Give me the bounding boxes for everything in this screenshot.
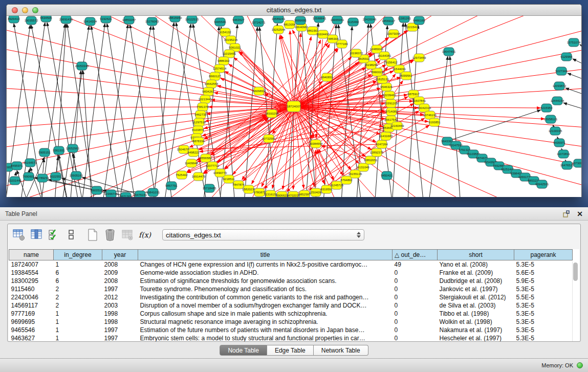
graph-node[interactable]: 9192621 <box>100 16 112 23</box>
float-panel-icon[interactable] <box>562 210 571 218</box>
table-row[interactable]: 911546021997Tourette syndrome. Phenomeno… <box>9 285 573 293</box>
graph-node[interactable]: 8215953 <box>540 104 553 112</box>
table-row[interactable]: 1872400712008Changes of HCN gene express… <box>9 260 573 269</box>
graph-node[interactable]: 9218511 <box>223 175 235 183</box>
graph-node[interactable]: 19035572 <box>25 16 38 25</box>
graph-node[interactable]: 9450421 <box>381 171 393 180</box>
graph-node[interactable]: 8495971 <box>11 162 23 170</box>
table-row[interactable]: 946554611997Estimation of the future num… <box>9 326 573 334</box>
close-panel-icon[interactable]: ✕ <box>577 210 583 218</box>
graph-node[interactable]: 7581378 <box>197 103 209 111</box>
graph-node[interactable]: 16589241 <box>272 16 286 23</box>
vertical-scrollbar-thumb[interactable] <box>573 262 578 281</box>
graph-node[interactable]: 10414304 <box>83 17 97 26</box>
graph-node[interactable]: 8660127 <box>209 72 221 80</box>
table-row[interactable]: 2242004622012Investigating the contribut… <box>9 293 573 301</box>
graph-node[interactable]: 16914479 <box>192 172 206 181</box>
create-column-button[interactable] <box>85 228 100 242</box>
table-row[interactable]: 977716911998Corpus callosum shape and si… <box>9 310 573 318</box>
graph-node[interactable]: 9247264 <box>376 140 388 148</box>
column-header-title[interactable]: title <box>138 250 393 260</box>
graph-node[interactable]: 10022515 <box>185 16 199 24</box>
graph-node[interactable]: 9115460 <box>347 18 360 26</box>
row-height-button[interactable] <box>64 228 78 242</box>
table-options-button[interactable] <box>12 228 26 242</box>
graph-node[interactable]: 10588841 <box>313 16 326 23</box>
graph-node[interactable]: 12100335 <box>549 127 562 135</box>
graph-node[interactable]: 8903519 <box>91 186 103 194</box>
graph-node[interactable]: 18724007 <box>287 101 301 112</box>
network-window-titlebar[interactable]: citations_edges.txt <box>7 5 581 16</box>
graph-node[interactable]: 5905151 <box>38 148 51 157</box>
delete-column-button[interactable] <box>103 228 117 242</box>
graph-node[interactable]: 19965961 <box>331 16 344 24</box>
tab-network-table[interactable]: Network Table <box>314 345 368 356</box>
graph-node[interactable]: 16476161 <box>134 191 147 197</box>
graph-node[interactable]: 9193851 <box>428 118 441 126</box>
graph-node[interactable]: 9435971 <box>553 139 565 147</box>
graph-node[interactable]: 8878334 <box>192 137 205 145</box>
graph-node[interactable]: 10942501 <box>535 180 549 188</box>
graph-node[interactable]: 9129966 <box>560 53 573 61</box>
graph-node[interactable]: 10732581 <box>262 135 276 143</box>
graph-node[interactable]: 9940831 <box>321 73 333 81</box>
graph-node[interactable]: 9714081 <box>385 107 398 116</box>
column-header-in_degree[interactable]: in_degree <box>54 250 102 260</box>
function-builder-button[interactable]: f(x) <box>138 228 152 242</box>
column-select-button[interactable] <box>29 228 43 242</box>
graph-node[interactable]: 10213441 <box>199 95 212 103</box>
graph-node[interactable]: 10391209 <box>384 99 398 107</box>
table-row[interactable]: 1938455462009Genome-wide association stu… <box>9 269 573 277</box>
import-table-button[interactable] <box>120 228 135 242</box>
graph-node[interactable]: 8929413 <box>8 16 20 23</box>
vertical-scrollbar[interactable] <box>572 261 578 341</box>
column-header-name[interactable]: name <box>9 250 54 260</box>
graph-node[interactable]: 19384554 <box>309 140 323 148</box>
graph-node[interactable]: 9699695 <box>294 16 307 25</box>
graph-node[interactable]: 14569117 <box>382 17 396 25</box>
tab-edge-table[interactable]: Edge Table <box>267 345 314 356</box>
graph-node[interactable]: 9777169 <box>336 40 348 48</box>
table-row[interactable]: 1830029562008Estimation of significance … <box>9 277 573 285</box>
graph-node[interactable]: 16164571 <box>24 159 37 167</box>
graph-node[interactable]: 11381261 <box>398 16 411 23</box>
graph-node[interactable]: 8103874 <box>192 126 204 134</box>
column-header-out_de[interactable]: △ out_de… <box>393 250 438 260</box>
graph-node[interactable]: 9154132 <box>219 28 231 36</box>
graph-node[interactable]: 11789231 <box>36 174 50 182</box>
graph-node[interactable]: 9463627 <box>232 16 245 24</box>
graph-node[interactable]: 11431683 <box>379 132 393 140</box>
graph-node[interactable]: 9462735 <box>194 111 207 119</box>
graph-node[interactable]: 15718485 <box>203 184 216 192</box>
close-window-button[interactable] <box>12 7 18 13</box>
graph-node[interactable]: 12093872 <box>553 82 567 90</box>
graph-node[interactable]: 9671301 <box>120 192 132 197</box>
graph-node[interactable]: 18815950 <box>168 16 182 22</box>
column-header-pagerank[interactable]: pagerank <box>514 250 573 260</box>
graph-node[interactable]: 9227343 <box>555 67 568 75</box>
graph-node[interactable]: 15958121 <box>544 115 558 123</box>
network-canvas[interactable]: 1872400718300295193845549154132101952169… <box>7 16 581 197</box>
zoom-window-button[interactable] <box>32 7 38 13</box>
minimize-window-button[interactable] <box>22 7 28 13</box>
column-check-button[interactable] <box>47 228 61 242</box>
graph-node[interactable]: 10841031 <box>146 188 160 196</box>
graph-node[interactable]: 9834261 <box>202 87 214 96</box>
graph-node[interactable]: 9361931 <box>53 146 65 155</box>
column-header-short[interactable]: short <box>438 250 514 260</box>
tab-node-table[interactable]: Node Table <box>220 345 267 356</box>
graph-node[interactable]: 10853287 <box>122 16 136 24</box>
table-select-dropdown[interactable]: citations_edges.txt <box>162 229 364 240</box>
graph-node[interactable]: 7690601 <box>23 172 35 181</box>
graph-node[interactable]: 8099561 <box>400 72 412 80</box>
graph-node[interactable]: 15751074 <box>567 38 581 47</box>
graph-node[interactable]: 9022551 <box>50 172 62 181</box>
graph-node[interactable]: 9546324 <box>380 83 393 91</box>
graph-node[interactable]: 14662554 <box>205 80 219 88</box>
graph-node[interactable]: 19252544 <box>272 26 286 34</box>
graph-node[interactable]: 19647491 <box>442 48 456 56</box>
graph-node[interactable]: 11072811 <box>557 150 570 158</box>
graph-node[interactable]: 7625402 <box>176 171 188 179</box>
graph-node[interactable]: 22420046 <box>363 16 377 24</box>
graph-node[interactable]: 9556582 <box>200 154 212 162</box>
